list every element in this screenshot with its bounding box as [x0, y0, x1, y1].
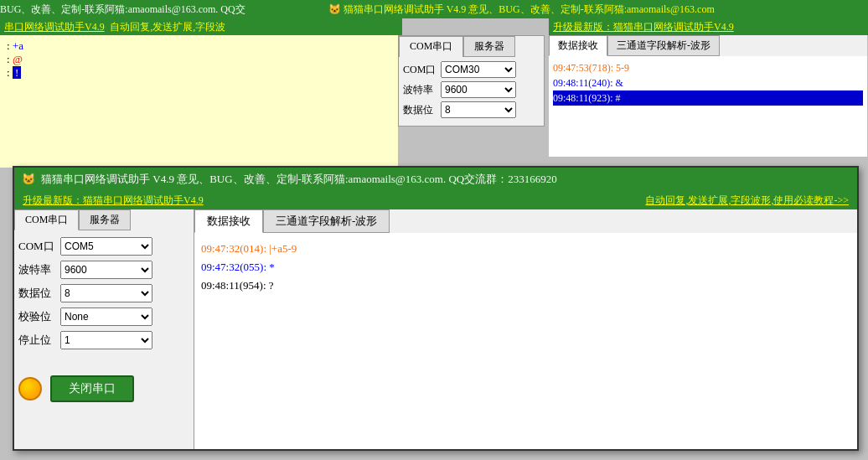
bg-menu-text: 自动回复,发送扩展,字段波	[110, 20, 225, 34]
sidebar-select-com[interactable]: COM5	[60, 237, 152, 256]
main-tab-receive[interactable]: 数据接收	[194, 209, 263, 233]
icon-cat-small: 🐱	[328, 3, 341, 15]
sidebar-row-4: 停止位 1	[18, 331, 189, 349]
main-content: COM串口 服务器 COM口 COM5 波特率 9600 数据位	[14, 209, 857, 449]
sidebar-row-1: 波特率 9600	[18, 261, 189, 279]
bg-title-right: 猫猫串口网络调试助手 V4.9 意见、BUG、改善、定制-联系阿猫:amaoma…	[344, 3, 715, 15]
sidebar-label-4: 停止位	[18, 333, 60, 348]
main-sidebar: COM串口 服务器 COM口 COM5 波特率 9600 数据位	[14, 209, 194, 449]
close-port-button[interactable]: 关闭串口	[50, 375, 134, 402]
main-window-icon: 🐱	[21, 172, 36, 187]
main-recv-line-0: 09:47:32(014): |+a5-9	[201, 240, 850, 258]
bg-data-tab-1[interactable]: 三通道字段解析-波形	[607, 35, 720, 56]
main-recv-line-1: 09:47:32(055): *	[201, 258, 850, 277]
main-window: 🐱 猫猫串口网络调试助手 V4.9 意见、BUG、改善、定制-联系阿猫:amao…	[13, 166, 859, 451]
bg-window-title: 串口网络调试助手V4.9	[0, 20, 105, 34]
bg-recv-line-2: 09:48:11(923): #	[553, 90, 863, 106]
sidebar-select-stopbits[interactable]: 1	[60, 331, 152, 349]
main-menu-docs[interactable]: 自动回复,发送扩展,字段波形,使用必读教程->>	[645, 194, 849, 208]
bg-com-label-1: 波特率	[403, 83, 441, 97]
main-window-title: 猫猫串口网络调试助手 V4.9 意见、BUG、改善、定制-联系阿猫:amaoma…	[41, 172, 557, 187]
bg-data-tabs: 数据接收 三通道字段解析-波形	[549, 35, 867, 56]
main-title-bar: 🐱 猫猫串口网络调试助手 V4.9 意见、BUG、改善、定制-联系阿猫:amao…	[14, 168, 857, 191]
bg-tab-server[interactable]: 服务器	[463, 36, 515, 57]
bg-com-tabs: COM串口 服务器	[399, 36, 544, 57]
bg-left-content: : +a : @ : !	[0, 35, 398, 168]
sidebar-label-3: 校验位	[18, 309, 60, 324]
sidebar-tab-com[interactable]: COM串口	[14, 209, 79, 230]
bg-com-row-1: 波特率 9600	[403, 81, 540, 98]
bg-upgrade-right: 升级最新版：猫猫串口网络调试助手V4.9	[549, 20, 734, 34]
bg-com-config: COM串口 服务器 COM口 COM30 波特率 9600 数据位 8	[398, 35, 545, 127]
main-data-tabs: 数据接收 三通道字段解析-波形	[194, 209, 857, 233]
sidebar-label-0: COM口	[18, 239, 60, 254]
bg-com-label-0: COM口	[403, 63, 441, 77]
sidebar-row-3: 校验位 None	[18, 308, 189, 326]
bg-data-area: 09:47:53(718): 5-9 09:48:11(240): & 09:4…	[549, 56, 867, 157]
led-indicator	[18, 377, 42, 401]
sidebar-tab-server[interactable]: 服务器	[79, 209, 131, 230]
bg-recv-line-1: 09:48:11(240): &	[553, 75, 863, 90]
main-data-area: 数据接收 三通道字段解析-波形 09:47:32(014): |+a5-9 09…	[194, 209, 857, 449]
sidebar-form: COM口 COM5 波特率 9600 数据位 8	[14, 230, 194, 361]
bg-data-receive: 数据接收 三通道字段解析-波形 09:47:53(718): 5-9 09:48…	[549, 35, 867, 157]
bg-menu-bar-left: 串口网络调试助手V4.9 自动回复,发送扩展,字段波	[0, 18, 402, 35]
bg-data-line-3: : !	[7, 66, 391, 80]
main-menu-bar: 升级最新版：猫猫串口网络调试助手V4.9 自动回复,发送扩展,字段波形,使用必读…	[14, 191, 857, 209]
bg-tab-com[interactable]: COM串口	[399, 36, 463, 57]
sidebar-label-1: 波特率	[18, 262, 60, 277]
sidebar-button-row: 关闭串口	[14, 371, 194, 406]
bg-com-select-0[interactable]: COM30	[441, 61, 516, 78]
bg-title-left: BUG、改善、定制-联系阿猫:amaomails@163.com. QQ交	[0, 3, 245, 15]
main-recv-line-2: 09:48:11(954): ?	[201, 277, 850, 295]
sidebar-select-parity[interactable]: None	[60, 308, 152, 326]
bg-com-select-2[interactable]: 8	[441, 101, 516, 118]
sidebar-tab-bar: COM串口 服务器	[14, 209, 194, 230]
bg-data-line-2: : @	[7, 53, 391, 66]
sidebar-label-2: 数据位	[18, 286, 60, 301]
bg-com-row-2: 数据位 8	[403, 101, 540, 118]
sidebar-row-2: 数据位 8	[18, 284, 189, 302]
bg-data-tab-0[interactable]: 数据接收	[549, 35, 607, 56]
bg-recv-line-0: 09:47:53(718): 5-9	[553, 60, 863, 75]
bg-com-label-2: 数据位	[403, 103, 441, 117]
bg-com-select-1[interactable]: 9600	[441, 81, 516, 98]
bg-menu-bar-right: 升级最新版：猫猫串口网络调试助手V4.9	[549, 18, 868, 35]
bg-data-line-1: : +a	[7, 39, 391, 53]
bg-com-row-0: COM口 COM30	[403, 61, 540, 78]
sidebar-select-baud[interactable]: 9600	[60, 261, 152, 279]
main-recv-line-2-text: 09:48:11(954): ?	[201, 279, 274, 292]
main-menu-upgrade[interactable]: 升级最新版：猫猫串口网络调试助手V4.9	[23, 194, 204, 208]
sidebar-row-0: COM口 COM5	[18, 237, 189, 256]
bg-title-bar: BUG、改善、定制-联系阿猫:amaomails@163.com. QQ交 🐱 …	[0, 0, 868, 18]
bg-title-text: BUG、改善、定制-联系阿猫:amaomails@163.com. QQ交 🐱 …	[0, 3, 715, 17]
bg-com-form: COM口 COM30 波特率 9600 数据位 8	[399, 57, 544, 126]
main-tab-waveform[interactable]: 三通道字段解析-波形	[263, 209, 390, 233]
sidebar-select-databits[interactable]: 8	[60, 284, 152, 302]
main-data-content: 09:47:32(014): |+a5-9 09:47:32(055): * 0…	[194, 233, 857, 449]
